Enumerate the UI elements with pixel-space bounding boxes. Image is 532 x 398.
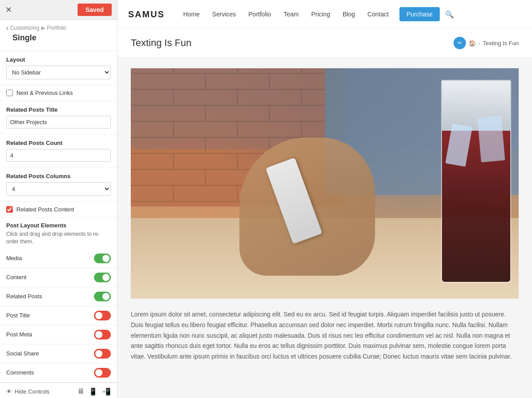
eye-icon: 👁 bbox=[6, 388, 12, 395]
site-nav: SAMUS Home Services Portfolio Team Prici… bbox=[117, 0, 532, 29]
hide-controls-button[interactable]: 👁 Hide Controls bbox=[6, 388, 50, 395]
nav-services[interactable]: Services bbox=[207, 7, 242, 21]
breadcrumb-nav: ‹ Customizing ▶ Portfolio bbox=[6, 24, 111, 31]
nav-team[interactable]: Team bbox=[278, 7, 304, 21]
toggle-label-post-meta: Post Meta bbox=[6, 331, 32, 338]
search-icon[interactable]: 🔍 bbox=[445, 10, 454, 19]
body-text: Lorem ipsum dolor sit amet, consectetur … bbox=[131, 309, 519, 362]
desktop-icon[interactable]: 🖥 bbox=[77, 387, 84, 396]
toggle-label-media: Media bbox=[6, 255, 22, 261]
breadcrumb-parent[interactable]: Customizing bbox=[10, 25, 39, 31]
next-prev-label: Next & Previous Links bbox=[16, 90, 73, 96]
breadcrumb-right: ✏ 🏠 › Texting Is Fun bbox=[454, 37, 519, 49]
customizer-panel: ✕ Saved ‹ Customizing ▶ Portfolio Single… bbox=[0, 0, 117, 398]
close-button[interactable]: ✕ bbox=[5, 5, 12, 15]
toggle-item-content[interactable]: Content bbox=[0, 268, 117, 287]
related-posts-columns-label: Related Posts Columns bbox=[6, 173, 111, 179]
hero-image-inner bbox=[131, 68, 519, 299]
related-posts-count-input[interactable] bbox=[6, 149, 111, 162]
nav-contact[interactable]: Contact bbox=[362, 7, 394, 21]
nav-home[interactable]: Home bbox=[178, 7, 205, 21]
nav-pricing[interactable]: Pricing bbox=[306, 7, 336, 21]
bottom-bar: 👁 Hide Controls 🖥 📱 📲 bbox=[0, 382, 117, 398]
panel-top-bar: ✕ Saved bbox=[0, 0, 117, 20]
related-posts-count-label: Related Posts Count bbox=[6, 140, 111, 146]
nav-links: Home Services Portfolio Team Pricing Blo… bbox=[178, 7, 521, 21]
breadcrumb-sep: › bbox=[478, 40, 480, 47]
toggle-item-post-title[interactable]: Post Title bbox=[0, 306, 117, 325]
back-arrow[interactable]: ‹ bbox=[6, 24, 8, 31]
nav-blog[interactable]: Blog bbox=[337, 7, 360, 21]
breadcrumb-area: ‹ Customizing ▶ Portfolio Single bbox=[0, 20, 117, 51]
layout-section: Layout No Sidebar Left Sidebar Right Sid… bbox=[0, 51, 117, 85]
breadcrumb-child: Portfolio bbox=[47, 25, 66, 31]
related-posts-content-checkbox[interactable] bbox=[6, 206, 13, 213]
nav-portfolio[interactable]: Portfolio bbox=[243, 7, 276, 21]
toggle-item-media[interactable]: Media bbox=[0, 249, 117, 268]
toggle-label-social-share: Social Share bbox=[6, 350, 39, 357]
device-icons: 🖥 📱 📲 bbox=[77, 387, 111, 396]
nav-purchase[interactable]: Purchase bbox=[399, 7, 440, 21]
layout-select[interactable]: No Sidebar Left Sidebar Right Sidebar bbox=[6, 66, 111, 79]
layout-label: Layout bbox=[6, 56, 111, 63]
toggle-label-content: Content bbox=[6, 274, 27, 281]
tablet-icon[interactable]: 📱 bbox=[89, 387, 98, 396]
page-header: Texting Is Fun ✏ 🏠 › Texting Is Fun bbox=[117, 29, 532, 58]
content-area: Lorem ipsum dolor sit amet, consectetur … bbox=[117, 58, 532, 373]
post-layout-elements-label: Post Layout Elements bbox=[6, 222, 111, 229]
toggle-switch-related-posts[interactable] bbox=[94, 292, 111, 301]
related-posts-content-label: Related Posts Content bbox=[16, 206, 74, 213]
panel-section-title: Single bbox=[6, 31, 111, 47]
toggle-item-related-posts[interactable]: Related Posts bbox=[0, 287, 117, 306]
related-posts-title-input[interactable] bbox=[6, 116, 111, 129]
saved-button[interactable]: Saved bbox=[78, 4, 112, 16]
breadcrumb-separator: ▶ bbox=[41, 25, 45, 31]
related-posts-content-row: Related Posts Content bbox=[0, 202, 117, 218]
page-title: Texting Is Fun bbox=[131, 37, 192, 49]
related-posts-title-section: Related Posts Title bbox=[0, 101, 117, 134]
related-posts-columns-section: Related Posts Columns 1 2 3 4 bbox=[0, 168, 117, 202]
toggle-switch-media[interactable] bbox=[94, 254, 111, 263]
related-posts-columns-select[interactable]: 1 2 3 4 bbox=[6, 182, 111, 196]
toggle-label-comments: Comments bbox=[6, 369, 34, 376]
home-icon[interactable]: 🏠 bbox=[469, 40, 476, 47]
post-layout-elements-section: Post Layout Elements Click and drag and … bbox=[0, 218, 117, 249]
edit-icon[interactable]: ✏ bbox=[454, 37, 466, 49]
toggle-label-post-title: Post Title bbox=[6, 312, 30, 319]
toggle-switch-comments[interactable] bbox=[94, 368, 111, 378]
toggle-switch-post-meta[interactable] bbox=[94, 330, 111, 339]
toggle-item-post-meta[interactable]: Post Meta bbox=[0, 325, 117, 344]
related-posts-title-label: Related Posts Title bbox=[6, 106, 111, 113]
hero-image bbox=[131, 68, 519, 299]
toggle-switch-content[interactable] bbox=[94, 273, 111, 282]
preview-panel: SAMUS Home Services Portfolio Team Prici… bbox=[117, 0, 532, 398]
next-prev-row: Next & Previous Links bbox=[0, 85, 117, 101]
toggle-switch-social-share[interactable] bbox=[94, 349, 111, 359]
toggle-item-comments[interactable]: Comments bbox=[0, 363, 117, 382]
mobile-icon[interactable]: 📲 bbox=[102, 387, 111, 396]
post-layout-elements-hint: Click and drag and drop elements to re-o… bbox=[6, 230, 111, 246]
toggle-switch-post-title[interactable] bbox=[94, 311, 111, 320]
hide-controls-label: Hide Controls bbox=[15, 388, 50, 395]
breadcrumb-current: Texting Is Fun bbox=[483, 40, 519, 47]
site-logo[interactable]: SAMUS bbox=[128, 9, 164, 20]
toggle-label-related-posts: Related Posts bbox=[6, 293, 42, 300]
toggle-item-social-share[interactable]: Social Share bbox=[0, 344, 117, 363]
related-posts-count-section: Related Posts Count bbox=[0, 134, 117, 168]
next-prev-checkbox[interactable] bbox=[6, 90, 13, 96]
